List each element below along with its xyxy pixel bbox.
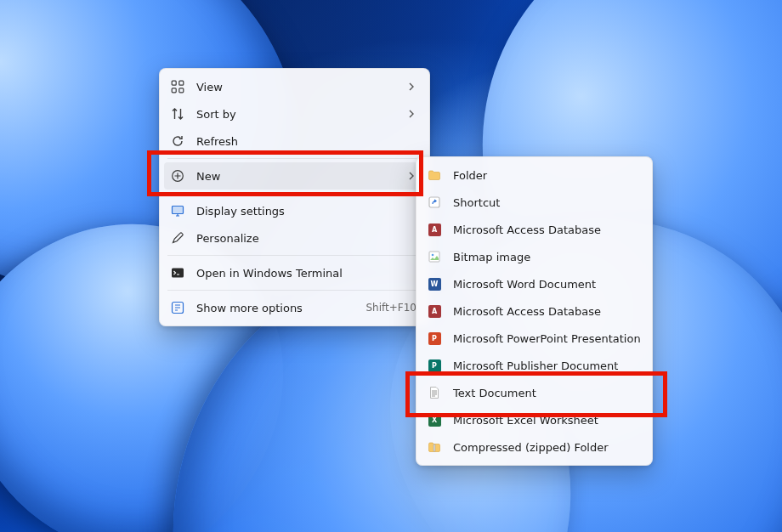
submenu-item-label: Microsoft Publisher Document bbox=[453, 359, 639, 372]
svg-rect-9 bbox=[429, 252, 439, 262]
desktop-context-menu: View Sort by Refresh bbox=[159, 68, 430, 326]
access-icon: A bbox=[428, 223, 441, 236]
submenu-item-publisher[interactable]: P Microsoft Publisher Document bbox=[421, 352, 648, 379]
submenu-item-access-db[interactable]: A Microsoft Access Database bbox=[421, 216, 648, 243]
menu-separator bbox=[167, 193, 422, 194]
svg-rect-11 bbox=[434, 444, 435, 451]
folder-icon bbox=[428, 168, 441, 182]
svg-rect-0 bbox=[172, 81, 176, 85]
submenu-item-label: Microsoft PowerPoint Presentation bbox=[453, 332, 641, 345]
menu-item-open-terminal[interactable]: Open in Windows Terminal bbox=[164, 259, 425, 286]
svg-rect-6 bbox=[172, 269, 184, 278]
menu-item-accelerator: Shift+F10 bbox=[366, 302, 416, 314]
svg-rect-2 bbox=[172, 88, 176, 93]
word-icon: W bbox=[428, 277, 441, 291]
submenu-item-shortcut[interactable]: Shortcut bbox=[421, 189, 648, 216]
zip-folder-icon bbox=[428, 440, 441, 454]
submenu-item-label: Microsoft Word Document bbox=[453, 278, 639, 291]
submenu-item-zip[interactable]: Compressed (zipped) Folder bbox=[421, 433, 648, 461]
desktop-wallpaper[interactable]: View Sort by Refresh bbox=[0, 0, 782, 532]
menu-separator bbox=[167, 158, 422, 159]
publisher-icon: P bbox=[428, 359, 441, 372]
menu-separator bbox=[167, 290, 422, 291]
submenu-item-text-document[interactable]: Text Document bbox=[421, 379, 648, 406]
menu-item-refresh[interactable]: Refresh bbox=[164, 127, 425, 155]
menu-item-label: Sort by bbox=[196, 108, 398, 121]
submenu-item-label: Text Document bbox=[453, 387, 639, 399]
submenu-item-label: Shortcut bbox=[453, 196, 639, 209]
display-settings-icon bbox=[171, 204, 184, 218]
excel-icon: X bbox=[428, 413, 441, 427]
text-document-icon bbox=[428, 386, 441, 399]
submenu-item-label: Folder bbox=[453, 169, 639, 182]
submenu-item-bitmap[interactable]: Bitmap image bbox=[421, 243, 648, 270]
menu-separator bbox=[167, 255, 422, 256]
menu-item-personalize[interactable]: Personalize bbox=[164, 224, 425, 252]
menu-item-label: Refresh bbox=[196, 135, 416, 148]
submenu-item-label: Compressed (zipped) Folder bbox=[453, 441, 639, 454]
submenu-item-folder[interactable]: Folder bbox=[421, 161, 648, 189]
chevron-right-icon bbox=[406, 82, 416, 91]
new-submenu: Folder Shortcut A Microsoft Access Datab… bbox=[416, 156, 653, 466]
shortcut-icon bbox=[428, 195, 441, 209]
menu-item-label: Display settings bbox=[196, 205, 416, 218]
view-icon bbox=[171, 80, 184, 93]
submenu-item-access-db-2[interactable]: A Microsoft Access Database bbox=[421, 297, 648, 325]
bitmap-icon bbox=[428, 250, 441, 263]
svg-rect-1 bbox=[179, 81, 184, 85]
svg-rect-3 bbox=[179, 88, 184, 93]
show-more-options-icon bbox=[171, 301, 184, 314]
menu-item-new[interactable]: New bbox=[164, 162, 425, 190]
menu-item-label: New bbox=[196, 170, 398, 183]
submenu-item-label: Microsoft Excel Worksheet bbox=[453, 414, 639, 427]
menu-item-sort-by[interactable]: Sort by bbox=[164, 100, 425, 127]
submenu-item-label: Microsoft Access Database bbox=[453, 305, 639, 318]
submenu-item-excel[interactable]: X Microsoft Excel Worksheet bbox=[421, 406, 648, 433]
menu-item-label: View bbox=[196, 81, 398, 93]
submenu-item-powerpoint[interactable]: P Microsoft PowerPoint Presentation bbox=[421, 325, 648, 352]
svg-rect-5 bbox=[173, 207, 184, 214]
menu-item-show-more-options[interactable]: Show more options Shift+F10 bbox=[164, 294, 425, 321]
chevron-right-icon bbox=[406, 110, 416, 118]
submenu-item-label: Bitmap image bbox=[453, 251, 639, 263]
menu-item-view[interactable]: View bbox=[164, 73, 425, 100]
menu-item-label: Personalize bbox=[196, 232, 416, 245]
access-icon: A bbox=[428, 304, 441, 318]
submenu-item-label: Microsoft Access Database bbox=[453, 224, 639, 236]
menu-item-label: Open in Windows Terminal bbox=[196, 267, 416, 280]
new-icon bbox=[171, 169, 184, 183]
terminal-icon bbox=[171, 266, 184, 280]
powerpoint-icon: P bbox=[428, 331, 441, 345]
svg-point-10 bbox=[432, 254, 434, 257]
menu-item-display-settings[interactable]: Display settings bbox=[164, 197, 425, 224]
personalize-icon bbox=[171, 231, 184, 245]
submenu-item-word[interactable]: W Microsoft Word Document bbox=[421, 270, 648, 297]
refresh-icon bbox=[171, 134, 184, 148]
menu-item-label: Show more options bbox=[196, 302, 350, 314]
sort-icon bbox=[171, 107, 184, 121]
